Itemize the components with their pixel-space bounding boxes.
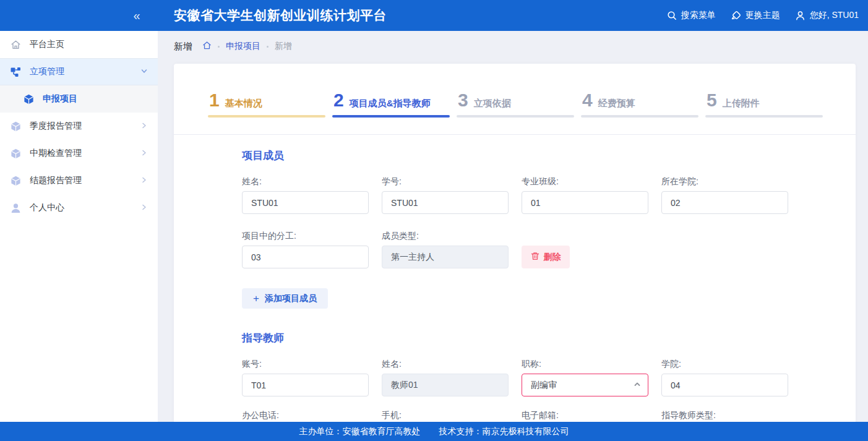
app-header: « 安徽省大学生创新创业训练计划平台 搜索菜单 更换主题 您好, STU01	[0, 0, 868, 31]
sidebar-item-label: 结题报告管理	[30, 175, 82, 186]
cube-icon	[11, 148, 21, 159]
sidebar-item-final-report[interactable]: 结题报告管理	[0, 167, 158, 194]
field-label: 项目中的分工:	[242, 231, 369, 243]
chevron-right-icon	[140, 148, 148, 158]
step-3-project-basis[interactable]: 3立项依据	[457, 91, 574, 118]
field-label: 指导教师类型:	[661, 410, 788, 422]
form-card: 1基本情况 2项目成员&指导教师 3立项依据 4经费预算 5上传附件 项目成员	[174, 64, 856, 441]
step-underline	[581, 115, 698, 118]
main-content: 新增 申报项目 新增 1基本情况 2项目成员&指导教师 3立项依据 4经费预算	[158, 31, 868, 441]
member-role-input[interactable]	[242, 246, 369, 268]
sidebar-item-label: 个人中心	[30, 202, 64, 213]
field-label: 姓名:	[382, 359, 509, 371]
section-title-members: 项目成员	[242, 148, 284, 163]
sidebar-item-project-management[interactable]: 立项管理	[0, 58, 158, 85]
chevron-right-icon	[140, 203, 148, 213]
teacher-title-select[interactable]: 副编审	[522, 374, 648, 396]
sidebar-item-label: 中期检查管理	[30, 148, 82, 159]
breadcrumb-link-declare-project[interactable]: 申报项目	[226, 41, 260, 52]
field-label: 办公电话:	[242, 410, 369, 422]
footer-support-label: 技术支持：南京先极科技有限公司	[439, 426, 569, 437]
search-menu-label: 搜索菜单	[681, 10, 716, 21]
cube-icon	[24, 94, 34, 105]
member-type-input	[382, 246, 509, 268]
sidebar-item-label: 申报项目	[43, 93, 77, 105]
field-label: 专业班级:	[522, 176, 648, 189]
field-member-role: 项目中的分工:	[242, 231, 369, 268]
field-label: 职称:	[522, 359, 648, 371]
field-label: 学号:	[382, 176, 509, 189]
teacher-row-1: 账号: 姓名: 职称: 副编审 学院:	[242, 359, 788, 396]
step-underline	[208, 115, 325, 118]
step-4-budget[interactable]: 4经费预算	[581, 91, 698, 118]
field-teacher-name: 姓名:	[382, 359, 509, 396]
breadcrumb-home-icon[interactable]	[202, 41, 212, 53]
step-wizard: 1基本情况 2项目成员&指导教师 3立项依据 4经费预算 5上传附件	[208, 91, 823, 118]
member-row-2: 项目中的分工: 成员类型: 删除	[242, 231, 570, 268]
add-member-button[interactable]: + 添加项目成员	[242, 288, 328, 309]
sidebar-item-declare-project[interactable]: 申报项目	[0, 85, 158, 113]
sidebar-nav: 平台主页 立项管理 申报项目 季度报告管理 中期检查管理	[0, 31, 158, 422]
field-teacher-college: 学院:	[661, 359, 788, 396]
field-teacher-title: 职称: 副编审	[522, 359, 648, 396]
member-name-input[interactable]	[242, 191, 369, 214]
divider	[174, 134, 856, 135]
section-title-teachers: 指导教师	[242, 331, 284, 345]
field-label: 手机:	[382, 410, 509, 422]
search-icon	[667, 11, 677, 20]
field-teacher-account: 账号:	[242, 359, 369, 396]
sidebar-item-label: 立项管理	[30, 66, 64, 77]
field-label: 电子邮箱:	[522, 410, 648, 422]
sidebar-item-home[interactable]: 平台主页	[0, 31, 158, 58]
change-theme-label: 更换主题	[746, 10, 780, 21]
sitemap-icon	[11, 67, 21, 77]
field-label: 学院:	[661, 359, 788, 371]
chevron-right-icon	[140, 176, 148, 186]
field-label: 姓名:	[242, 176, 369, 189]
add-member-label: 添加项目成员	[265, 293, 317, 304]
cube-icon	[11, 176, 21, 186]
trash-icon	[531, 252, 539, 262]
change-theme-button[interactable]: 更换主题	[731, 10, 780, 21]
member-college-input[interactable]	[661, 191, 788, 214]
member-class-input[interactable]	[522, 191, 648, 214]
field-member-type: 成员类型:	[382, 231, 509, 268]
sidebar-item-personal-center[interactable]: 个人中心	[0, 194, 158, 221]
sidebar-collapse-icon[interactable]: «	[127, 0, 147, 31]
breadcrumb-separator	[218, 46, 220, 48]
member-student-id-input[interactable]	[382, 191, 509, 214]
sidebar-item-midterm-check[interactable]: 中期检查管理	[0, 140, 158, 167]
app-title: 安徽省大学生创新创业训练计划平台	[174, 0, 387, 31]
field-member-college: 所在学院:	[661, 176, 788, 214]
step-1-basic-info[interactable]: 1基本情况	[208, 91, 325, 118]
sidebar-item-label: 季度报告管理	[30, 121, 82, 132]
field-member-name: 姓名:	[242, 176, 369, 214]
search-menu-button[interactable]: 搜索菜单	[667, 10, 716, 21]
app-footer: 主办单位：安徽省教育厅高教处 技术支持：南京先极科技有限公司	[0, 422, 868, 441]
person-icon	[11, 203, 21, 213]
delete-member-label: 删除	[544, 252, 561, 263]
teacher-college-input[interactable]	[661, 374, 788, 396]
step-underline	[457, 115, 574, 118]
sidebar-item-quarterly-report[interactable]: 季度报告管理	[0, 113, 158, 140]
teacher-name-input	[382, 374, 509, 396]
member-row-1: 姓名: 学号: 专业班级: 所在学院:	[242, 176, 788, 214]
sidebar-item-label: 平台主页	[30, 39, 64, 50]
breadcrumb: 新增 申报项目 新增	[174, 39, 292, 54]
teacher-account-input[interactable]	[242, 374, 369, 396]
field-label: 所在学院:	[661, 176, 788, 189]
home-icon	[11, 40, 21, 50]
plus-icon: +	[253, 293, 259, 304]
theme-swatch-icon	[731, 11, 741, 21]
step-5-attachments[interactable]: 5上传附件	[705, 91, 823, 118]
cube-icon	[11, 121, 21, 132]
field-label: 账号:	[242, 359, 369, 371]
page-title: 新增	[174, 41, 192, 53]
delete-member-button[interactable]: 删除	[522, 246, 570, 268]
step-underline	[705, 115, 823, 118]
user-menu[interactable]: 您好, STU01	[795, 10, 859, 21]
step-2-members-teachers[interactable]: 2项目成员&指导教师	[332, 91, 450, 118]
user-greeting-label: 您好, STU01	[810, 10, 859, 21]
chevron-up-icon	[633, 380, 642, 390]
user-icon	[795, 11, 806, 21]
